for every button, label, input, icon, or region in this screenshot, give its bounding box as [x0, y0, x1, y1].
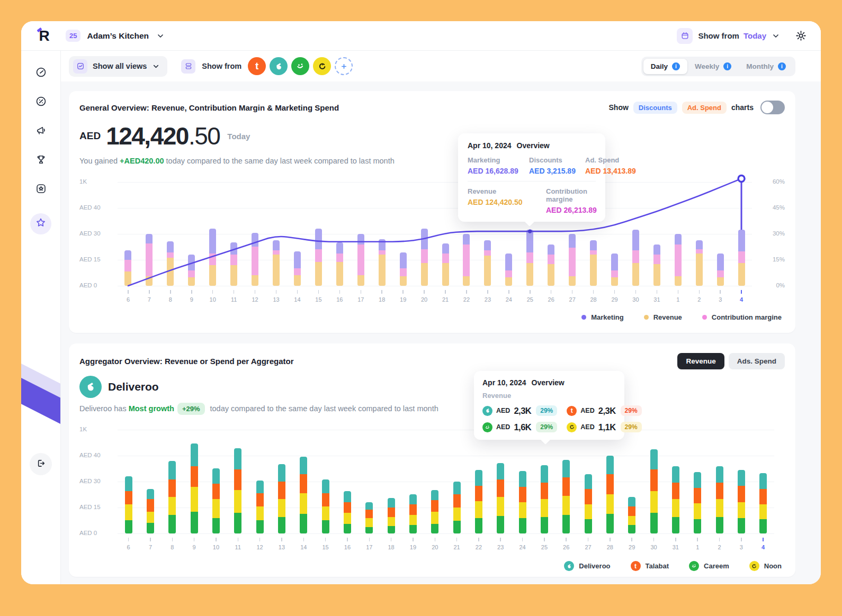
bar-segment: [191, 512, 198, 533]
x-label-4: 4: [753, 538, 774, 550]
noon-avatar[interactable]: [313, 57, 331, 75]
aggregator-chart-plot[interactable]: [118, 430, 774, 533]
bar-day-29[interactable]: [628, 497, 635, 533]
workspace-name[interactable]: Adam’s Kitchen: [87, 31, 149, 41]
growth-text: Deliveroo has Most growth+29% today comp…: [79, 404, 785, 413]
monthly-info-icon[interactable]: i: [778, 62, 786, 70]
bar-segment: [519, 471, 526, 486]
talabat-icon: t: [567, 406, 577, 416]
bar-day-18[interactable]: [388, 498, 395, 533]
bar-day-8[interactable]: [168, 461, 176, 533]
ads-spend-button[interactable]: Ads. Spend: [729, 353, 785, 369]
bar-day-28[interactable]: [606, 456, 614, 533]
y2-axis-label: 30%: [757, 230, 785, 237]
bar-segment: [365, 502, 373, 510]
ad-spend-chip[interactable]: Ad. Spend: [682, 102, 727, 114]
aggregator-chart[interactable]: 6789101112131415161718192021222324252627…: [79, 421, 785, 555]
bar-segment: [716, 499, 723, 517]
bar-day-25[interactable]: [541, 465, 548, 533]
bar-day-27[interactable]: [585, 474, 592, 533]
bar-day-12[interactable]: [256, 481, 264, 533]
bar-segment: [256, 493, 264, 506]
deliveroo-avatar[interactable]: [270, 57, 288, 75]
bar-segment: [191, 443, 198, 466]
x-label-7: 7: [139, 290, 160, 303]
x-label-27: 27: [562, 290, 583, 303]
bar-day-11[interactable]: [234, 448, 241, 533]
show-all-views-dropdown[interactable]: Show all views: [69, 56, 167, 77]
sidebar-item-achievements[interactable]: [30, 150, 51, 171]
sidebar-item-badges[interactable]: [30, 179, 51, 200]
legend-item-deliveroo: Deliveroo: [564, 561, 610, 571]
bar-day-21[interactable]: [453, 482, 461, 533]
discounts-chip[interactable]: Discounts: [633, 102, 677, 114]
y-axis-label: AED 15: [79, 504, 101, 510]
show-from-value[interactable]: Today: [744, 31, 766, 40]
daily-info-icon[interactable]: i: [672, 62, 680, 70]
tab-daily[interactable]: Daily i: [643, 59, 687, 74]
bar-day-31[interactable]: [672, 466, 679, 533]
x-label-8: 8: [160, 290, 181, 303]
bar-segment: [585, 474, 592, 488]
bar-day-6[interactable]: [125, 476, 132, 533]
show-from-chevron-down-icon[interactable]: [772, 32, 780, 40]
bar-segment: [344, 491, 351, 503]
app-logo: R: [35, 27, 53, 45]
bar-segment: [212, 499, 220, 518]
careem-avatar[interactable]: [291, 57, 309, 75]
revenue-button[interactable]: Revenue: [677, 353, 724, 369]
bar-day-16[interactable]: [344, 491, 351, 533]
bar-segment: [344, 524, 351, 533]
add-aggregator-button[interactable]: [335, 57, 353, 75]
bar-segment: [409, 494, 417, 505]
bar-segment: [650, 513, 658, 533]
workspace-chevron-down-icon[interactable]: [156, 32, 165, 40]
bar-day-4[interactable]: [759, 473, 767, 533]
bar-day-15[interactable]: [322, 479, 329, 533]
marketing-dot-icon: [581, 315, 586, 320]
settings-gear-icon[interactable]: [795, 30, 807, 42]
noon-icon: [567, 422, 577, 432]
bar-day-19[interactable]: [409, 494, 417, 533]
talabat-avatar[interactable]: t: [248, 57, 266, 75]
revenue-dot-icon: [644, 315, 649, 320]
logout-button[interactable]: [30, 453, 52, 475]
bar-day-26[interactable]: [562, 460, 570, 533]
bar-day-23[interactable]: [497, 463, 504, 533]
bar-segment: [168, 479, 176, 497]
bar-day-17[interactable]: [365, 502, 373, 533]
bar-day-9[interactable]: [191, 443, 198, 533]
overview-chart-plot[interactable]: [118, 182, 752, 286]
bar-day-3[interactable]: [738, 470, 745, 533]
noon-icon: [749, 561, 759, 571]
bar-day-2[interactable]: [716, 466, 723, 533]
bar-day-24[interactable]: [519, 471, 526, 533]
bar-segment: [212, 484, 220, 499]
bar-segment: [628, 516, 635, 526]
x-label-20: 20: [414, 290, 435, 303]
y-axis-label: AED 30: [79, 478, 101, 484]
sidebar-item-discounts[interactable]: [30, 92, 51, 113]
bar-day-10[interactable]: [212, 468, 220, 533]
bar-segment: [212, 468, 220, 484]
charts-toggle[interactable]: [760, 101, 785, 114]
bar-segment: [147, 489, 154, 500]
weekly-info-icon[interactable]: i: [723, 62, 731, 70]
tooltip-entry-careem: AED 1,6K 29%: [482, 422, 557, 432]
tab-weekly[interactable]: Weekly i: [687, 59, 739, 74]
bar-day-30[interactable]: [650, 449, 658, 533]
sidebar-item-marketing[interactable]: [30, 121, 51, 142]
overview-chart[interactable]: 6789101112131415161718192021222324252627…: [79, 174, 785, 307]
x-label-1: 1: [687, 538, 709, 550]
bar-segment: [431, 500, 438, 512]
tab-monthly[interactable]: Monthly i: [739, 59, 793, 74]
bar-day-22[interactable]: [475, 470, 482, 533]
sidebar-item-favorites[interactable]: [30, 213, 51, 234]
bar-day-14[interactable]: [300, 457, 307, 533]
bar-day-7[interactable]: [147, 489, 154, 533]
sidebar-item-dashboard[interactable]: [30, 62, 51, 84]
bar-day-20[interactable]: [431, 490, 438, 533]
bar-segment: [716, 483, 723, 499]
bar-day-1[interactable]: [694, 472, 701, 533]
bar-day-13[interactable]: [278, 464, 285, 533]
